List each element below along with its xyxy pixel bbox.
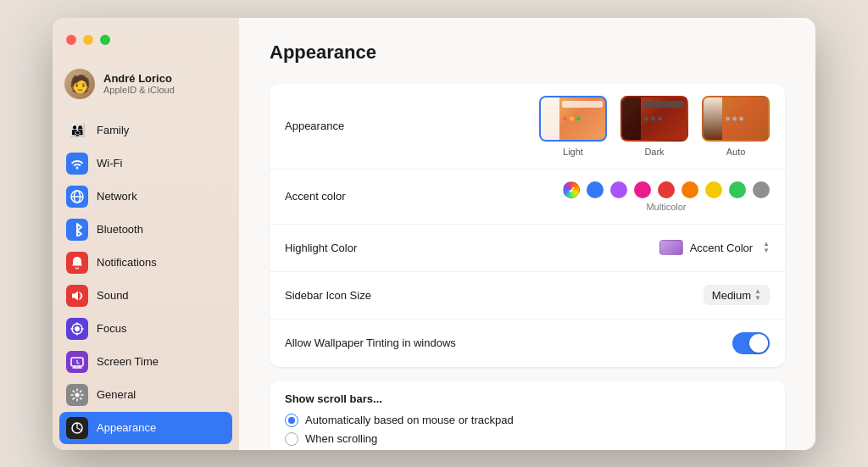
dark-thumb-dots [644,116,662,120]
swatch-multicolor[interactable] [563,181,580,198]
scroll-bar-radio-group: Automatically based on mouse or trackpad… [270,410,785,450]
sidebar-icon-value: Medium [712,289,751,302]
user-info: André Lorico AppleID & iCloud [103,72,175,95]
main-content: Appearance Appearance [239,18,815,450]
radio-scrolling[interactable]: When scrolling [285,432,770,446]
dark-label: Dark [644,147,664,157]
page-title: Appearance [270,42,785,64]
dot1 [726,116,730,120]
highlight-color-label: Highlight Color [285,242,437,254]
radio-auto[interactable]: Automatically based on mouse or trackpad [285,414,770,427]
swatch-pink[interactable] [634,181,651,198]
swatch-red[interactable] [658,181,675,198]
sidebar-label-general: General [97,388,136,401]
radio-btn-auto[interactable] [285,414,298,427]
user-name: André Lorico [103,72,175,85]
appearance-thumb-dark[interactable] [620,96,688,142]
sidebar-label-screentime: Screen Time [97,355,159,368]
sidebar: 🧑 André Lorico AppleID & iCloud 👨‍👩‍👧 Fa… [53,18,239,450]
appearance-option-light[interactable]: Light [539,96,607,157]
appearance-row: Appearance Light [270,84,785,170]
sidebar-icon-select[interactable]: Medium ▲ ▼ [704,285,770,305]
sidebar-item-network[interactable]: Network [59,181,232,213]
sidebar-item-wifi[interactable]: Wi-Fi [59,147,232,180]
dot3 [576,116,581,120]
color-swatches [563,181,770,198]
sidebar-item-focus[interactable]: Focus [59,313,232,345]
appearance-thumb-auto[interactable] [702,96,770,142]
dot2 [651,116,655,120]
sidebar-label-appearance: Appearance [97,421,156,434]
wifi-icon [66,153,88,175]
swatch-yellow[interactable] [705,181,722,198]
sidebar-label-focus: Focus [97,322,126,335]
sidebar-label-family: Family [97,124,129,136]
accent-color-label: Accent color [285,190,437,203]
notifications-icon [66,252,88,274]
swatch-blue[interactable] [587,181,604,198]
settings-section-appearance: Appearance Light [270,84,785,367]
swatch-purple[interactable] [610,181,627,198]
user-section[interactable]: 🧑 André Lorico AppleID & iCloud [53,62,239,111]
system-preferences-window: 🧑 André Lorico AppleID & iCloud 👨‍👩‍👧 Fa… [53,18,815,450]
radio-scrolling-label: When scrolling [305,432,377,445]
radio-btn-scrolling[interactable] [285,432,298,446]
svg-point-4 [75,392,80,397]
sidebar-item-notifications[interactable]: Notifications [59,247,232,279]
highlight-color-select[interactable]: Accent Color ▲ ▼ [659,240,770,255]
sidebar-item-family[interactable]: 👨‍👩‍👧 Family [59,114,232,147]
minimize-button[interactable] [83,35,93,45]
auto-label: Auto [726,147,746,157]
sidebar-icon-control: Medium ▲ ▼ [437,285,770,305]
fullscreen-button[interactable] [100,35,110,45]
dot1 [644,116,648,120]
accent-color-control: Multicolor [437,181,770,212]
sidebar-item-bluetooth[interactable]: Bluetooth [59,214,232,246]
sidebar-item-general[interactable]: General [59,379,232,411]
general-icon [66,384,88,406]
appearance-icon [66,417,88,439]
highlight-swatch [659,240,683,255]
multicolor-label: Multicolor [646,202,686,212]
accent-colors-group: Multicolor [563,181,770,212]
dot3 [658,116,662,120]
chevron-updown-icon: ▲ ▼ [754,288,761,302]
highlight-color-control: Accent Color ▲ ▼ [437,240,770,255]
swatch-gray[interactable] [753,181,770,198]
network-icon [66,186,88,208]
swatch-orange[interactable] [682,181,698,198]
titlebar [53,18,239,62]
sidebar-icon-row: Sidebar Icon Size Medium ▲ ▼ [270,272,785,320]
wallpaper-tinting-label: Allow Wallpaper Tinting in windows [285,336,719,349]
screentime-icon [66,351,88,373]
sound-icon [66,285,88,307]
wallpaper-tinting-toggle[interactable] [732,332,770,354]
sidebar-item-screentime[interactable]: Screen Time [59,346,232,378]
scroll-bars-section: Show scroll bars... Automatically based … [270,381,785,450]
highlight-color-row: Highlight Color Accent Color ▲ ▼ [270,225,785,272]
appearance-row-label: Appearance [285,120,437,132]
bluetooth-icon [66,219,88,241]
sidebar-label-bluetooth: Bluetooth [97,223,143,236]
sidebar-item-appearance[interactable]: Appearance [59,412,232,444]
appearance-thumb-light[interactable] [539,96,607,142]
appearance-options: Light Dark [437,96,770,157]
dot2 [732,116,737,120]
sidebar-icon-label: Sidebar Icon Size [285,289,437,302]
swatch-green[interactable] [729,181,746,198]
sidebar-item-accessibility[interactable]: Accessibility [59,445,232,450]
dot2 [570,116,574,120]
light-thumb-dots [563,116,581,120]
light-label: Light [563,147,583,157]
close-button[interactable] [66,35,76,45]
scroll-bars-title: Show scroll bars... [270,381,785,410]
sidebar-items-list: 👨‍👩‍👧 Family Wi-Fi [53,111,239,450]
dot3 [739,116,743,120]
sidebar-item-sound[interactable]: Sound [59,280,232,312]
appearance-option-auto[interactable]: Auto [702,96,770,157]
wallpaper-tinting-control [732,332,770,354]
focus-icon [66,318,88,340]
auto-thumb-dots [726,116,743,120]
appearance-option-dark[interactable]: Dark [620,96,688,157]
highlight-value: Accent Color [690,242,753,254]
